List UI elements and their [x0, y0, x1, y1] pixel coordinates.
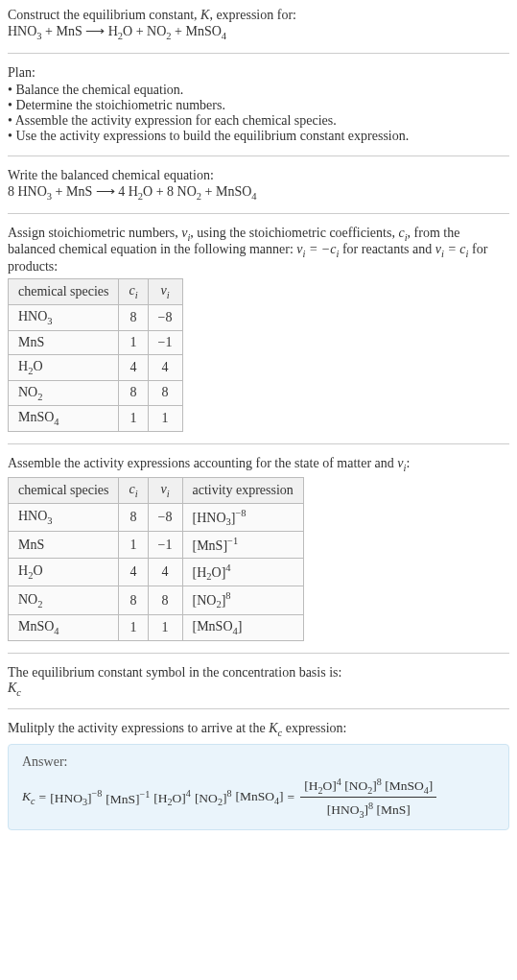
cell-species: MnSO4 [9, 614, 119, 640]
table-row: H2O44[H2O]4 [9, 558, 304, 586]
kc-expression: Kc = [HNO3]−8 [MnS]−1 [H2O]4 [NO2]8 [MnS… [22, 776, 495, 819]
nu-symbol: νi [181, 226, 190, 240]
cell-nu: −8 [148, 304, 182, 330]
plan-section: Plan: Balance the chemical equation. Det… [8, 65, 509, 144]
col-species: chemical species [9, 279, 119, 305]
cell-activity: [H2O]4 [182, 558, 303, 586]
term: [H2O]4 [304, 778, 341, 793]
prompt-header: Construct the equilibrium constant, K, e… [8, 8, 509, 41]
cell-nu: 4 [148, 354, 182, 380]
divider [8, 653, 509, 654]
term: [NO2]8 [195, 788, 232, 807]
cell-ci: 4 [119, 558, 148, 586]
term: [MnSO4] [236, 789, 284, 806]
rel2: νi = ci [435, 242, 469, 256]
activity-label: : [406, 456, 410, 470]
cell-ci: 4 [119, 354, 148, 380]
balanced-label: Write the balanced chemical equation: [8, 168, 214, 182]
table-row: MnS1−1 [9, 330, 183, 354]
divider [8, 213, 509, 214]
cell-species: NO2 [9, 586, 119, 614]
table-row: MnSO411 [9, 406, 183, 432]
multiply-label: expression: [282, 721, 346, 735]
stoich-text: , using the stoichiometric coefficients, [190, 226, 398, 240]
col-species: chemical species [9, 477, 119, 503]
cell-nu: −8 [148, 503, 182, 531]
table-row: MnSO411[MnSO4] [9, 614, 304, 640]
balanced-equation: 8 HNO3 + MnS ⟶ 4 H2O + 8 NO2 + MnSO4 [8, 184, 257, 199]
multiply-section: Mulitply the activity expressions to arr… [8, 721, 509, 738]
unbalanced-equation: HNO3 + MnS ⟶ H2O + NO2 + MnSO4 [8, 24, 226, 38]
cell-ci: 8 [119, 304, 148, 330]
cell-ci: 1 [119, 614, 148, 640]
plan-item: Use the activity expressions to build th… [8, 129, 509, 144]
cell-activity: [HNO3]−8 [182, 503, 303, 531]
term: [NO2]8 [344, 778, 382, 793]
cell-activity: [MnSO4] [182, 614, 303, 640]
cell-nu: 8 [148, 380, 182, 406]
cell-nu: −1 [148, 330, 182, 354]
fraction-denominator: [HNO3]8 [MnS] [323, 798, 414, 819]
cell-ci: 8 [119, 380, 148, 406]
cell-nu: 4 [148, 558, 182, 586]
rel1: νi = −ci [296, 242, 339, 256]
cell-species: H2O [9, 558, 119, 586]
col-nu: νi [148, 279, 182, 305]
plan-item: Assemble the activity expression for eac… [8, 113, 509, 129]
table-row: H2O44 [9, 354, 183, 380]
table-row: HNO38−8 [9, 304, 183, 330]
table-row: NO288 [9, 380, 183, 406]
kc-symbol-label: The equilibrium constant symbol in the c… [8, 665, 341, 680]
col-activity: activity expression [182, 477, 303, 503]
cell-species: NO2 [9, 380, 119, 406]
kc-symbol: Kc [22, 789, 35, 806]
col-ci: ci [119, 477, 148, 503]
term: [MnSO4] [385, 778, 433, 793]
cell-species: MnS [9, 330, 119, 354]
answer-box: Answer: Kc = [HNO3]−8 [MnS]−1 [H2O]4 [NO… [8, 744, 509, 829]
activity-table: chemical species ci νi activity expressi… [8, 477, 304, 641]
cell-nu: 1 [148, 406, 182, 432]
balanced-section: Write the balanced chemical equation: 8 … [8, 168, 509, 202]
cell-ci: 1 [119, 406, 148, 432]
plan-label: Plan: [8, 65, 35, 80]
title-k: K [200, 8, 209, 22]
multiply-label: Mulitply the activity expressions to arr… [8, 721, 269, 735]
answer-label: Answer: [22, 754, 495, 770]
title-prefix: Construct the equilibrium constant, [8, 8, 200, 22]
table-header-row: chemical species ci νi activity expressi… [9, 477, 304, 503]
title-suffix: , expression for: [209, 8, 296, 22]
cell-nu: −1 [148, 532, 182, 559]
table-header-row: chemical species ci νi [9, 279, 183, 305]
cell-ci: 1 [119, 532, 148, 559]
cell-activity: [NO2]8 [182, 586, 303, 614]
cell-activity: [MnS]−1 [182, 532, 303, 559]
stoich-section: Assign stoichiometric numbers, νi, using… [8, 226, 509, 433]
table-row: HNO38−8[HNO3]−8 [9, 503, 304, 531]
divider [8, 155, 509, 156]
col-nu: νi [148, 477, 182, 503]
divider [8, 708, 509, 709]
term: [H2O]4 [153, 788, 191, 807]
cell-species: HNO3 [9, 304, 119, 330]
plan-list: Balance the chemical equation. Determine… [8, 83, 509, 144]
activity-label: Assemble the activity expressions accoun… [8, 456, 397, 470]
term: [HNO3]−8 [50, 788, 102, 807]
table-row: NO288[NO2]8 [9, 586, 304, 614]
ci-symbol: ci [398, 226, 407, 240]
kc-symbol: Kc [269, 721, 282, 735]
kc-symbol: Kc [8, 681, 21, 695]
fraction: [H2O]4 [NO2]8 [MnSO4] [HNO3]8 [MnS] [300, 776, 436, 819]
stoich-text: for reactants and [339, 242, 435, 256]
activity-section: Assemble the activity expressions accoun… [8, 456, 509, 640]
col-ci: ci [119, 279, 148, 305]
cell-nu: 1 [148, 614, 182, 640]
term: [MnS]−1 [106, 789, 150, 807]
cell-ci: 8 [119, 586, 148, 614]
kc-symbol-section: The equilibrium constant symbol in the c… [8, 665, 509, 698]
cell-ci: 1 [119, 330, 148, 354]
cell-species: H2O [9, 354, 119, 380]
cell-ci: 8 [119, 503, 148, 531]
cell-species: HNO3 [9, 503, 119, 531]
equals: = [288, 790, 295, 805]
